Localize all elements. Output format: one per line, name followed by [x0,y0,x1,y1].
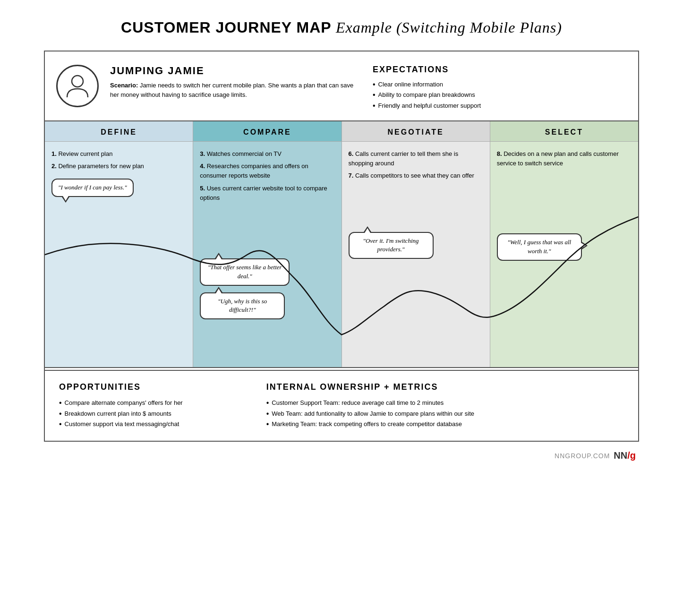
list-item: Customer Support Team: reduce average ca… [266,398,624,408]
list-item: Clear online information [373,79,624,90]
opportunities-block: OPPORTUNITIES Compare alternate companys… [59,382,238,429]
expectations-title: EXPECTATIONS [373,65,624,75]
footer-logo: NN/g [614,450,636,461]
list-item: Friendly and helpful customer support [373,101,624,111]
phase-content-define: 1. Review current plan 2. Define paramet… [45,142,193,367]
phase-define: DEFINE 1. Review current plan 2. Define … [45,121,193,367]
phases-row: DEFINE 1. Review current plan 2. Define … [45,121,638,368]
negotiate-speech-bubble: "Over it. I'm switching providers." [349,232,434,259]
list-item: Breakdown current plan into $ amounts [59,409,238,419]
phase-content-compare: 3. Watches commercial on TV 4. Researche… [193,142,341,367]
compare-low-bubble: "Ugh, why is this so difficult?!" [200,292,285,320]
footer: NNGROUP.COM NN/g [28,450,655,461]
phase-compare: COMPARE 3. Watches commercial on TV 4. R… [193,121,342,367]
expectations-block: EXPECTATIONS Clear online information Ab… [373,63,624,111]
phase-header-negotiate: NEGOTIATE [342,121,490,142]
define-bubble-area: "I wonder if I can pay less." [51,179,186,197]
svg-point-0 [72,76,83,87]
phase-steps-compare: 3. Watches commercial on TV 4. Researche… [200,149,334,203]
persona-info: JUMPING JAMIE Scenario: Jamie needs to s… [110,63,361,99]
page-title: CUSTOMER JOURNEY MAP Example (Switching … [121,19,562,36]
select-speech-bubble: "Well, I guess that was all worth it." [497,233,582,261]
bottom-section: OPPORTUNITIES Compare alternate companys… [45,370,638,441]
header-row: JUMPING JAMIE Scenario: Jamie needs to s… [45,51,638,121]
negotiate-bubble-area: "Over it. I'm switching providers." [349,232,483,259]
avatar [56,65,99,107]
compare-low-bubble-area: "Ugh, why is this so difficult?!" [200,292,334,320]
phase-select: SELECT 8. Decides on a new plan and call… [490,121,638,367]
define-speech-bubble: "I wonder if I can pay less." [51,179,134,197]
footer-text: NNGROUP.COM [555,452,610,460]
compare-bubble-area: "That offer seems like a better deal." [200,258,334,286]
opportunities-title: OPPORTUNITIES [59,382,238,392]
phase-content-negotiate: 6. Calls current carrier to tell them sh… [342,142,490,367]
list-item: Web Team: add funtionality to allow Jami… [266,409,624,419]
define-curve-space [51,197,186,273]
list-item: Customer support via text messaging/chat [59,419,238,429]
internal-list: Customer Support Team: reduce average ca… [266,398,624,429]
list-item: Compare alternate companys' offers for h… [59,398,238,408]
phase-header-select: SELECT [490,121,638,142]
persona-name: JUMPING JAMIE [110,65,361,77]
internal-block: INTERNAL OWNERSHIP + METRICS Customer Su… [266,382,624,429]
expectations-list: Clear online information Ability to comp… [373,79,624,111]
phase-header-define: DEFINE [45,121,193,142]
phase-header-compare: COMPARE [193,121,341,142]
phase-content-select: 8. Decides on a new plan and calls custo… [490,142,638,367]
select-bubble-area: "Well, I guess that was all worth it." [497,233,632,261]
compare-speech-bubble: "That offer seems like a better deal." [200,258,290,286]
list-item: Marketing Team: track competing offers t… [266,419,624,429]
list-item: Ability to compare plan breakdowns [373,90,624,100]
journey-map-frame: JUMPING JAMIE Scenario: Jamie needs to s… [44,51,639,442]
phase-steps-select: 8. Decides on a new plan and calls custo… [497,149,632,168]
persona-scenario: Scenario: Jamie needs to switch her curr… [110,81,361,99]
phase-negotiate: NEGOTIATE 6. Calls current carrier to te… [342,121,490,367]
internal-title: INTERNAL OWNERSHIP + METRICS [266,382,624,392]
phase-steps-define: 1. Review current plan 2. Define paramet… [51,149,186,171]
phase-steps-negotiate: 6. Calls current carrier to tell them sh… [349,149,483,180]
opportunities-list: Compare alternate companys' offers for h… [59,398,238,429]
